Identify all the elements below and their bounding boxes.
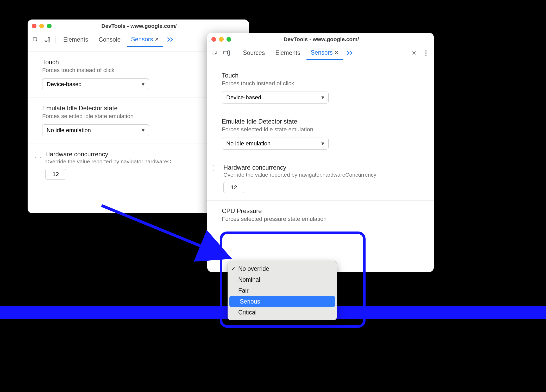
kebab-menu-icon[interactable] [421, 48, 431, 58]
svg-point-7 [425, 50, 427, 52]
close-tab-icon[interactable]: ✕ [334, 49, 339, 56]
cpu-pressure-dropdown[interactable]: ✓ No override Nominal Fair Serious Criti… [228, 261, 337, 320]
dropdown-item-fair[interactable]: Fair [228, 285, 337, 296]
caret-down-icon: ▾ [321, 140, 324, 147]
hc-subtitle: Override the value reported by navigator… [45, 158, 171, 165]
touch-section: Touch Forces touch instead of click Devi… [207, 65, 434, 111]
check-icon: ✓ [230, 266, 236, 272]
devtools-toolbar: Sources Elements Sensors ✕ [207, 46, 434, 60]
more-tabs-chevron-icon[interactable] [167, 36, 174, 43]
hardware-concurrency-section: Hardware concurrency Override the value … [207, 157, 434, 201]
dropdown-item-critical[interactable]: Critical [228, 307, 337, 318]
window-title: DevTools - www.google.com/ [231, 36, 411, 42]
touch-subtitle: Forces touch instead of click [222, 80, 426, 87]
hc-subtitle: Override the value reported by navigator… [223, 172, 376, 178]
hardware-concurrency-checkbox[interactable] [213, 165, 219, 171]
dropdown-item-nominal[interactable]: Nominal [228, 274, 337, 285]
devtools-window-right: DevTools - www.google.com/ Sources Eleme… [207, 33, 434, 272]
tab-sensors[interactable]: Sensors ✕ [306, 46, 343, 60]
inspect-icon[interactable] [210, 48, 220, 58]
close-window-dot[interactable] [211, 37, 216, 42]
tab-sensors[interactable]: Sensors ✕ [127, 33, 163, 47]
idle-select-value: No idle emulation [47, 127, 91, 134]
cpu-title: CPU Pressure [222, 207, 426, 215]
caret-down-icon: ▾ [142, 81, 145, 88]
svg-rect-4 [224, 51, 228, 54]
touch-select-value: Device-based [47, 81, 82, 88]
hc-title: Hardware concurrency [45, 151, 171, 158]
idle-subtitle: Forces selected idle state emulation [222, 126, 426, 133]
svg-rect-5 [228, 51, 229, 55]
svg-point-8 [425, 52, 427, 54]
hc-value-input[interactable]: 12 [223, 182, 244, 193]
inspect-icon[interactable] [31, 35, 40, 44]
touch-select[interactable]: Device-based ▾ [42, 78, 149, 90]
cpu-subtitle: Forces selected pressure state emulation [222, 216, 426, 222]
device-toggle-icon[interactable] [42, 35, 52, 44]
hc-value-input[interactable]: 12 [45, 169, 66, 180]
tab-console[interactable]: Console [95, 33, 125, 47]
cpu-pressure-section: CPU Pressure Forces selected pressure st… [207, 201, 434, 234]
close-tab-icon[interactable]: ✕ [155, 36, 159, 42]
tab-elements[interactable]: Elements [271, 46, 304, 60]
device-toggle-icon[interactable] [222, 48, 231, 58]
titlebar: DevTools - www.google.com/ [28, 20, 249, 33]
idle-title: Emulate Idle Detector state [222, 118, 426, 125]
window-title: DevTools - www.google.com/ [52, 23, 227, 29]
svg-rect-2 [48, 37, 50, 42]
tab-elements[interactable]: Elements [59, 33, 92, 47]
zoom-window-dot[interactable] [227, 37, 231, 42]
hc-title: Hardware concurrency [223, 164, 376, 171]
dropdown-item-serious[interactable]: Serious [229, 296, 335, 307]
svg-point-9 [425, 54, 427, 56]
touch-select-value: Device-based [226, 94, 261, 101]
svg-point-6 [413, 52, 415, 54]
idle-select[interactable]: No idle emulation ▾ [222, 138, 329, 150]
minimize-window-dot[interactable] [39, 24, 44, 28]
dropdown-item-no-override[interactable]: ✓ No override [228, 263, 337, 274]
minimize-window-dot[interactable] [219, 37, 224, 42]
caret-down-icon: ▾ [142, 127, 145, 134]
hardware-concurrency-checkbox[interactable] [35, 152, 41, 158]
tab-sources[interactable]: Sources [239, 46, 269, 60]
svg-rect-1 [44, 38, 48, 41]
tab-sensors-label: Sensors [131, 36, 153, 43]
titlebar: DevTools - www.google.com/ [207, 33, 434, 46]
more-tabs-chevron-icon[interactable] [347, 49, 353, 57]
caret-down-icon: ▾ [321, 94, 324, 101]
idle-section: Emulate Idle Detector state Forces selec… [207, 111, 434, 157]
touch-title: Touch [222, 72, 426, 79]
close-window-dot[interactable] [32, 24, 36, 28]
zoom-window-dot[interactable] [47, 24, 52, 28]
touch-select[interactable]: Device-based ▾ [222, 92, 329, 104]
gear-icon[interactable] [409, 48, 419, 58]
tab-sensors-label: Sensors [311, 49, 332, 56]
idle-select-value: No idle emulation [226, 140, 271, 147]
idle-select[interactable]: No idle emulation ▾ [42, 124, 149, 136]
